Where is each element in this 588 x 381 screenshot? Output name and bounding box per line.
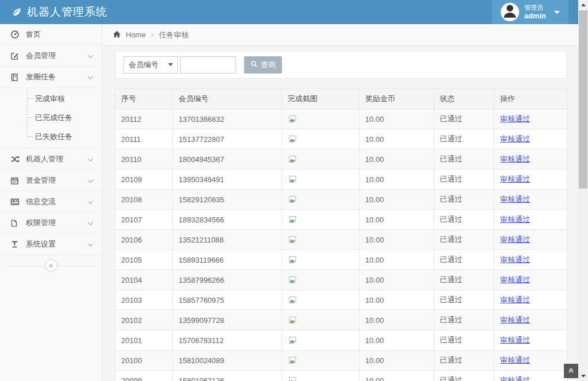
- cell-action: 审核通过: [494, 190, 567, 210]
- vertical-scrollbar[interactable]: [578, 0, 588, 381]
- chevron-down-icon: [88, 177, 94, 183]
- sidebar-item-info-exchange[interactable]: 信息交流: [0, 191, 102, 213]
- sidebar-item-system-settings[interactable]: 系统设置: [0, 234, 102, 255]
- broken-image-icon: [288, 195, 297, 204]
- search-button[interactable]: 查询: [244, 56, 282, 74]
- main-area: Home > 任务审核 会员编号 查询: [102, 24, 578, 381]
- cell-member-no: 13521211088: [173, 230, 282, 250]
- broken-image-icon: [288, 235, 297, 244]
- cell-screenshot: [282, 210, 359, 230]
- shuffle-icon: [10, 155, 20, 164]
- cell-member-no: 15810024089: [173, 351, 282, 371]
- action-link-approve[interactable]: 审核通过: [500, 336, 530, 344]
- table-row: 201091395034949110.00已通过审核通过: [115, 170, 567, 190]
- action-link-approve[interactable]: 审核通过: [500, 356, 530, 364]
- cell-reward: 10.00: [359, 230, 434, 250]
- cell-seq: 20106: [115, 230, 173, 250]
- scrollbar-up-arrow[interactable]: [578, 0, 588, 10]
- scrollbar-down-arrow[interactable]: [578, 371, 588, 381]
- broken-image-icon: [288, 114, 297, 124]
- action-link-approve[interactable]: 审核通过: [500, 315, 530, 324]
- breadcrumb: Home > 任务审核: [102, 24, 578, 46]
- cell-seq: 20112: [115, 109, 173, 129]
- table-row: 201111513772280710.00已通过审核通过: [115, 129, 567, 149]
- cell-seq: 20111: [115, 129, 173, 149]
- breadcrumb-current: 任务审核: [159, 30, 189, 40]
- cell-reward: 10.00: [359, 170, 434, 190]
- cell-screenshot: [282, 351, 359, 371]
- sidebar-subitem-tasks-failed[interactable]: 已失败任务: [0, 127, 102, 146]
- sidebar-item-permission-management[interactable]: 权限管理: [0, 213, 102, 234]
- broken-image-icon: [288, 356, 297, 365]
- cell-action: 审核通过: [494, 290, 567, 310]
- cell-seq: 20110: [115, 149, 173, 170]
- cell-action: 审核通过: [494, 270, 567, 290]
- cell-reward: 10.00: [359, 149, 434, 170]
- search-icon: [250, 60, 258, 70]
- content-area: 会员编号 查询 序号会员编号完成截图奖励金币状态操作 2011213701366: [102, 46, 578, 381]
- back-to-top-button[interactable]: [564, 364, 578, 378]
- sidebar-collapse-row: «: [0, 257, 102, 274]
- user-role: 管理员: [524, 4, 546, 11]
- user-name: admin: [524, 11, 546, 21]
- action-link-approve[interactable]: 审核通过: [500, 275, 530, 284]
- cell-screenshot: [282, 290, 359, 310]
- sidebar-subitem-tasks-completed[interactable]: 已完成任务: [0, 108, 102, 127]
- cell-member-no: 13950349491: [173, 170, 282, 190]
- search-field-select[interactable]: 会员编号: [123, 56, 178, 74]
- cell-action: 审核通过: [494, 351, 567, 371]
- action-link-approve[interactable]: 审核通过: [500, 235, 530, 244]
- cell-reward: 10.00: [359, 290, 434, 310]
- sidebar-collapse-button[interactable]: «: [45, 259, 57, 272]
- action-link-approve[interactable]: 审核通过: [500, 134, 530, 143]
- cell-reward: 10.00: [359, 351, 434, 371]
- cell-status: 已通过: [434, 210, 494, 230]
- action-link-approve[interactable]: 审核通过: [500, 295, 530, 304]
- action-link-approve[interactable]: 审核通过: [500, 255, 530, 264]
- cell-seq: 20109: [115, 170, 173, 190]
- book-icon: [10, 72, 20, 82]
- action-link-approve[interactable]: 审核通过: [500, 376, 530, 381]
- user-menu[interactable]: 管理员 admin: [492, 0, 568, 24]
- chevron-down-icon: [88, 156, 94, 161]
- action-link-approve[interactable]: 审核通过: [500, 215, 530, 224]
- cell-status: 已通过: [434, 170, 494, 190]
- sidebar-item-robot-management[interactable]: 机器人管理: [0, 149, 102, 170]
- action-link-approve[interactable]: 审核通过: [500, 155, 530, 163]
- top-bar: 机器人管理系统 管理员 admin: [0, 0, 578, 24]
- sidebar-item-member-management[interactable]: 会员管理: [0, 45, 102, 67]
- sidebar-item-post-tasks[interactable]: 发圈任务: [0, 67, 102, 88]
- broken-image-icon: [288, 376, 297, 381]
- sidebar-item-funds-management[interactable]: 资金管理: [0, 170, 102, 191]
- cell-action: 审核通过: [494, 129, 567, 149]
- sidebar-item-label: 首页: [26, 29, 41, 40]
- cell-seq: 20105: [115, 250, 173, 270]
- column-header-5: 操作: [494, 89, 567, 109]
- action-link-approve[interactable]: 审核通过: [500, 195, 530, 203]
- sidebar-item-label: 发圈任务: [26, 72, 56, 82]
- table-header-row: 序号会员编号完成截图奖励金币状态操作: [115, 89, 567, 109]
- table-row: 201001581002408910.00已通过审核通过: [115, 351, 567, 371]
- cell-reward: 10.00: [359, 210, 434, 230]
- cell-seq: 20100: [115, 351, 173, 371]
- search-input[interactable]: [180, 56, 236, 74]
- cell-status: 已通过: [434, 270, 494, 290]
- scrollbar-thumb[interactable]: [579, 10, 587, 188]
- table-row: 201081582912083510.00已通过审核通过: [115, 190, 567, 210]
- cell-seq: 20103: [115, 290, 173, 310]
- cell-screenshot: [282, 270, 359, 290]
- table-row: 201121370136683210.00已通过审核通过: [115, 109, 567, 129]
- sidebar-nav: 首页会员管理发圈任务完成审核已完成任务已失败任务机器人管理资金管理信息交流权限管…: [0, 24, 102, 255]
- breadcrumb-home-link[interactable]: Home: [126, 30, 146, 39]
- column-header-1: 会员编号: [173, 89, 282, 109]
- sidebar-item-home[interactable]: 首页: [0, 24, 102, 45]
- user-icon: [501, 3, 519, 21]
- cell-member-no: 13599097728: [173, 310, 282, 330]
- sidebar-subitem-task-review[interactable]: 完成审核: [0, 89, 102, 108]
- cell-seq: 20102: [115, 310, 173, 330]
- action-link-approve[interactable]: 审核通过: [500, 175, 530, 183]
- cell-screenshot: [282, 330, 359, 351]
- action-link-approve[interactable]: 审核通过: [500, 114, 530, 123]
- broken-image-icon: [288, 295, 297, 305]
- cell-action: 审核通过: [494, 310, 567, 330]
